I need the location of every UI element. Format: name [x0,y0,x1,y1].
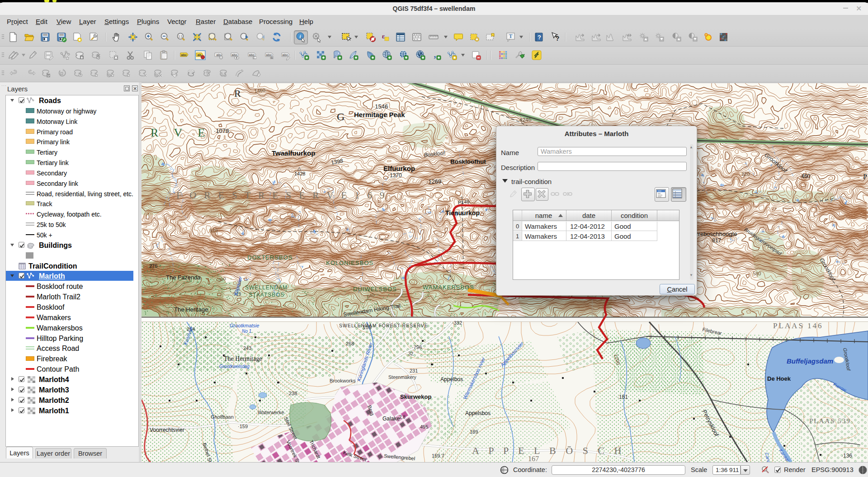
svg-text:929: 929 [209,228,217,233]
svg-text:SWELLENDAM: SWELLENDAM [245,284,288,291]
svg-text:Brookworks: Brookworks [330,378,356,383]
svg-text:4246: 4246 [519,116,532,123]
svg-text:1428: 1428 [294,171,305,176]
svg-text:PLAAS 146: PLAAS 146 [773,321,823,330]
svg-text:△: △ [297,166,301,171]
svg-text:No 1: No 1 [242,329,251,334]
svg-text:189: 189 [470,429,478,434]
svg-text:DOKTERSBOS: DOKTERSBOS [247,254,292,261]
svg-text:495: 495 [420,424,428,430]
svg-text:·161: ·161 [617,394,628,400]
svg-text:820: 820 [741,171,750,177]
svg-text:·243: ·243 [241,345,251,351]
svg-text:A P P E L B Ō S C H: A P P E L B Ō S C H [472,445,625,456]
svg-text:P: P [863,173,867,180]
svg-text:De Hoek: De Hoek [767,375,791,382]
svg-text:R: R [234,88,241,99]
svg-text:159: 159 [363,324,372,331]
svg-text:159.7: 159.7 [432,453,444,458]
svg-text:2.8: 2.8 [399,415,406,420]
svg-text:The Heritage: The Heritage [174,306,208,313]
svg-text:·796: ·796 [412,345,422,350]
svg-text:·159: ·159 [238,424,248,429]
svg-text:?: ? [538,34,541,41]
svg-text:Appelbos: Appelbos [440,376,463,383]
svg-text:Voorrechtsvier: Voorrechtsvier [150,427,184,433]
svg-text:SWELLENDAM FOREST RESERVE: SWELLENDAM FOREST RESERVE [339,323,428,328]
svg-text:32: 32 [408,351,414,356]
svg-text:231: 231 [410,368,418,373]
svg-text:Tienuurkop: Tienuurkop [445,209,480,217]
svg-text:P149: P149 [458,199,470,205]
svg-text:T: T [509,33,512,39]
svg-text:Skurwekop: Skurwekop [400,393,431,400]
svg-text:·817: ·817 [710,237,721,244]
svg-text:·460: ·460 [799,173,810,179]
svg-text:R V E: R V E [151,126,211,139]
svg-text:Hermitage Peak: Hermitage Peak [354,111,405,118]
svg-text:Waterwerke: Waterwerke [258,410,284,415]
svg-text:KOLONIESBOS: KOLONIESBOS [326,260,373,266]
svg-text:The Fazenda: The Fazenda [166,274,201,281]
svg-text:Twaalfuurkop: Twaalfuurkop [272,149,315,157]
svg-text:?: ? [556,35,560,42]
svg-text:276: 276 [149,263,157,269]
svg-text:rreboschhoogte: rreboschhoogte [696,231,737,237]
svg-text:,: , [434,50,436,59]
svg-text:Boskloofhut: Boskloofhut [450,158,486,165]
svg-text:Appelsbos: Appelsbos [465,410,491,416]
svg-text:abc: abc [283,53,288,57]
svg-text:Buffeljagsdam: Buffeljagsdam [787,357,833,365]
svg-text:F O R E S T R E S E R V E 1: F O R E S T R E S E R V E 1 6 9 [176,190,387,201]
svg-text:·1546: ·1546 [373,103,388,110]
svg-text:Galakе: Galakе [382,416,400,422]
svg-text:The Hermitage: The Hermitage [224,355,262,362]
svg-text:167: 167 [528,455,539,462]
svg-text:·1078: ·1078 [214,128,229,134]
svg-text:Grootkmatsie: Grootkmatsie [230,323,259,328]
svg-text:·332: ·332 [452,320,462,326]
svg-text:Elfuurkop: Elfuurkop [383,165,415,172]
svg-text:1:1: 1:1 [178,35,182,38]
svg-text:268: 268 [346,341,354,346]
svg-text:G: G [337,111,344,123]
svg-text:PLAAS 539: PLAAS 539 [809,417,851,425]
svg-text:·1370: ·1370 [388,172,402,179]
svg-text:abc: abc [181,53,187,57]
svg-text:Gholfbaan: Gholfbaan [211,414,234,420]
svg-text:·1269: ·1269 [426,178,441,185]
svg-text:G: G [271,57,273,59]
svg-text:WAMAKERSBOS: WAMAKERSBOS [423,284,474,291]
svg-text:DUIWELSBOS: DUIWELSBOS [353,286,397,293]
svg-text:Steenmakery: Steenmakery [388,374,417,380]
svg-text:STAATSBOS: STAATSBOS [249,292,284,298]
svg-text:Grootkwelsdag: Grootkwelsdag [219,364,250,369]
svg-text:·238: ·238 [287,391,297,396]
svg-text:·136: ·136 [841,453,852,459]
svg-text:580: 580 [753,271,761,276]
